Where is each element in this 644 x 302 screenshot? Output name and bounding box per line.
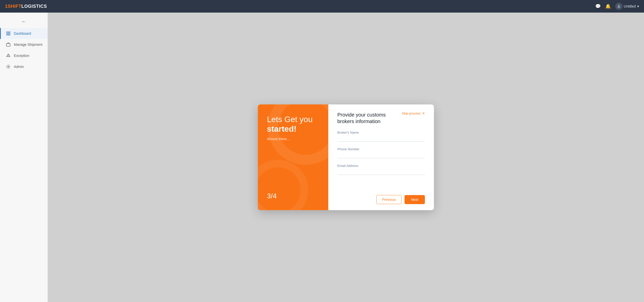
dashboard-icon — [6, 31, 11, 36]
sidebar-item-label: Dashboard — [14, 31, 31, 35]
skip-label: Skip process — [402, 111, 421, 115]
modal-tagline: Lets Get you started! — [267, 115, 319, 134]
sidebar-item-label: Exception — [14, 54, 29, 58]
admin-icon — [6, 64, 11, 69]
main-layout: ← Dashboard Manage Shipment Exception Ad — [0, 13, 644, 302]
sidebar-item-label: Manage Shipment — [14, 43, 43, 47]
skip-process-button[interactable]: Skip process ✕ — [402, 111, 425, 115]
back-button[interactable]: ← — [0, 15, 48, 28]
email-address-input[interactable] — [337, 169, 425, 175]
shipment-icon — [6, 42, 11, 47]
phone-number-input[interactable] — [337, 152, 425, 158]
svg-point-0 — [618, 5, 619, 6]
chat-icon[interactable]: 💬 — [595, 4, 601, 9]
broker-name-field: Broker's Name — [337, 131, 425, 142]
svg-point-8 — [8, 56, 9, 57]
content-area: Lets Get you started! Almost there... 3/… — [48, 13, 644, 302]
modal-title: Provide your customs brokers information — [337, 111, 398, 125]
phone-number-label: Phone Number — [337, 147, 425, 151]
email-address-field: Email Address — [337, 164, 425, 175]
svg-rect-4 — [9, 34, 10, 35]
sidebar-item-dashboard[interactable]: Dashboard — [0, 28, 48, 39]
sidebar-item-label: Admin — [14, 65, 24, 69]
navbar-right: 💬 🔔 Untitled ▾ — [595, 3, 639, 10]
close-icon: ✕ — [422, 111, 425, 115]
sidebar-item-admin[interactable]: Admin — [0, 61, 48, 72]
user-menu[interactable]: Untitled ▾ — [615, 3, 639, 10]
previous-button[interactable]: Previous — [376, 195, 401, 204]
broker-form: Broker's Name Phone Number Email Address — [337, 131, 425, 190]
modal-footer: Previous Next — [337, 195, 425, 204]
navbar: 1SHIFTLOGISTICS 💬 🔔 Untitled ▾ — [0, 0, 644, 13]
avatar — [615, 3, 622, 10]
sidebar-item-manage-shipment[interactable]: Manage Shipment — [0, 39, 48, 50]
broker-name-input[interactable] — [337, 135, 425, 142]
onboarding-modal: Lets Get you started! Almost there... 3/… — [258, 104, 434, 210]
brand-logo: 1SHIFTLOGISTICS — [5, 4, 47, 9]
modal-step-indicator: 3/4 — [267, 192, 319, 200]
svg-point-9 — [8, 66, 9, 67]
user-name: Untitled — [624, 4, 636, 8]
next-button[interactable]: Next — [405, 195, 425, 204]
brand-prefix: 1SHIFT — [5, 4, 21, 9]
sidebar: ← Dashboard Manage Shipment Exception Ad — [0, 13, 48, 302]
broker-name-label: Broker's Name — [337, 131, 425, 134]
svg-rect-2 — [9, 32, 10, 33]
modal-subtitle: Almost there... — [267, 137, 319, 141]
svg-rect-5 — [7, 44, 10, 46]
email-address-label: Email Address — [337, 164, 425, 168]
exception-icon — [6, 53, 11, 58]
chevron-down-icon: ▾ — [637, 4, 639, 8]
sidebar-item-exception[interactable]: Exception — [0, 50, 48, 61]
modal-left-panel: Lets Get you started! Almost there... 3/… — [258, 104, 328, 210]
bell-icon[interactable]: 🔔 — [605, 4, 611, 9]
modal-header: Provide your customs brokers information… — [337, 111, 425, 125]
back-arrow-icon: ← — [21, 19, 26, 24]
svg-rect-3 — [7, 34, 8, 35]
modal-right-panel: Provide your customs brokers information… — [328, 104, 434, 210]
brand-suffix: LOGISTICS — [21, 4, 47, 9]
svg-rect-1 — [7, 32, 8, 33]
phone-number-field: Phone Number — [337, 147, 425, 158]
